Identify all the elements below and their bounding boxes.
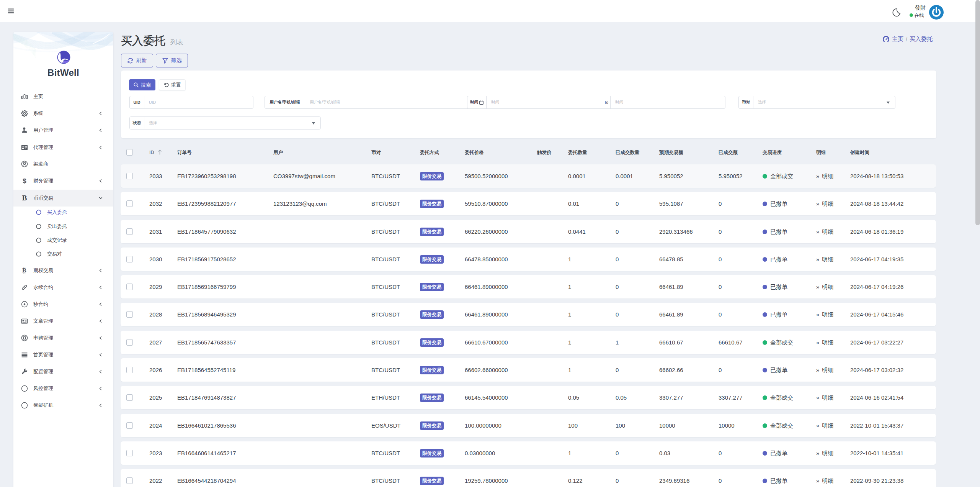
svg-text:$: $ — [23, 177, 26, 184]
svg-text:B: B — [22, 195, 27, 202]
svg-text:B: B — [22, 267, 26, 274]
